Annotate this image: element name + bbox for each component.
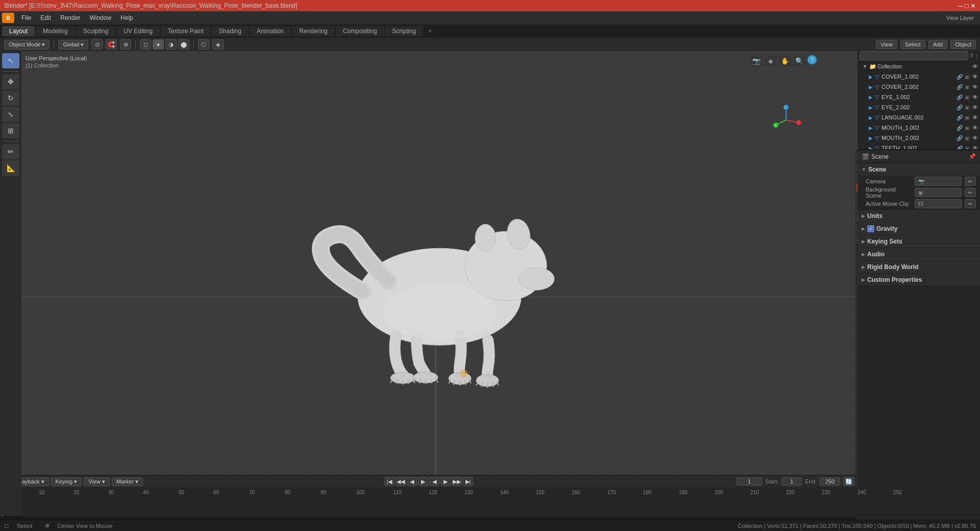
tab-animation[interactable]: Animation xyxy=(250,26,291,36)
measure-tool[interactable]: 📐 xyxy=(2,160,19,176)
camera-edit-icon[interactable]: ✏ xyxy=(965,177,976,186)
rigid-body-world-header[interactable]: ▶ Rigid Body World xyxy=(857,261,980,273)
timeline-view-menu[interactable]: View ▾ xyxy=(84,477,110,486)
eye-icon[interactable]: 👁 xyxy=(972,125,978,131)
keying-sets-header[interactable]: ▶ Keying Sets xyxy=(857,235,980,248)
menu-file[interactable]: File xyxy=(17,13,35,22)
rendered-icon[interactable]: ⬤ xyxy=(178,39,189,50)
pivot-icon[interactable]: ⊙ xyxy=(91,39,103,50)
eye-icon[interactable]: 👁 xyxy=(972,84,978,90)
data-icon[interactable]: ▣ xyxy=(965,115,969,120)
link-icon[interactable]: 🔗 xyxy=(957,74,963,80)
jump-start-button[interactable]: |◀ xyxy=(384,477,395,486)
eye-icon[interactable]: 👁 xyxy=(972,145,978,150)
tab-compositing[interactable]: Compositing xyxy=(336,26,384,36)
scale-tool[interactable]: ⤡ xyxy=(2,107,19,122)
tab-modeling[interactable]: Modeling xyxy=(36,26,75,36)
data-icon[interactable]: ▣ xyxy=(965,84,969,90)
outliner-item-cover_2-002[interactable]: ▶ ▽ COVER_2.002 🔗 ▣ 👁 xyxy=(857,82,980,92)
sync-icon[interactable]: 🔄 xyxy=(843,477,854,486)
prev-keyframe-button[interactable]: ◀◀ xyxy=(396,477,406,486)
view-zoom-gizmo[interactable]: 🔍 xyxy=(793,55,805,66)
select-menu[interactable]: Select xyxy=(900,40,925,49)
link-icon[interactable]: 🔗 xyxy=(957,94,963,100)
data-icon[interactable]: ▣ xyxy=(965,74,969,80)
outliner-item-language-002[interactable]: ▶ ▽ LANGUAGE.002 🔗 ▣ 👁 xyxy=(857,112,980,123)
tab-uv-editing[interactable]: UV Editing xyxy=(116,26,160,36)
eye-icon[interactable]: 👁 xyxy=(972,94,978,100)
add-menu[interactable]: Add xyxy=(928,40,948,49)
data-icon[interactable]: ▣ xyxy=(965,135,969,141)
link-icon[interactable]: 🔗 xyxy=(957,115,963,120)
select-tool[interactable]: ↖ xyxy=(2,53,19,68)
data-icon[interactable]: ▣ xyxy=(965,94,969,100)
eye-icon[interactable]: 👁 xyxy=(972,74,978,80)
eye-icon[interactable]: 👁 xyxy=(972,135,978,141)
step-back-button[interactable]: ◀ xyxy=(407,477,417,486)
gravity-section-header[interactable]: ▶ ✓ Gravity xyxy=(857,223,980,235)
xray-icon[interactable]: ◈ xyxy=(212,39,224,50)
data-icon[interactable]: ▣ xyxy=(965,125,969,131)
link-icon[interactable]: 🔗 xyxy=(957,125,963,131)
clip-edit-icon[interactable]: ✏ xyxy=(965,199,976,208)
scene-section-header[interactable]: ▼ Scene xyxy=(857,163,980,176)
keying-menu[interactable]: Keying ▾ xyxy=(51,477,82,486)
eye-icon[interactable]: 👁 xyxy=(972,104,978,110)
outliner-item-mouth_2-002[interactable]: ▶ ▽ MOUTH_2.002 🔗 ▣ 👁 xyxy=(857,133,980,143)
view-menu[interactable]: View xyxy=(876,40,897,49)
eye-icon-collection[interactable]: 👁 xyxy=(972,63,978,69)
play-button[interactable]: ▶ xyxy=(418,477,428,486)
data-icon[interactable]: ▣ xyxy=(965,146,969,151)
menu-render[interactable]: Render xyxy=(56,13,84,22)
jump-end-button[interactable]: ▶| xyxy=(463,477,473,486)
view-camera-gizmo[interactable]: 📷 xyxy=(750,55,763,66)
wireframe-icon[interactable]: ◻ xyxy=(140,39,151,50)
tab-sculpting[interactable]: Sculpting xyxy=(76,26,115,36)
background-scene-value[interactable]: ▣ xyxy=(915,188,962,197)
maximize-button[interactable]: □ xyxy=(965,2,969,10)
outliner-search-bar[interactable] xyxy=(860,51,968,60)
gravity-checkbox[interactable]: ✓ xyxy=(867,225,874,232)
current-frame-input[interactable]: 1 xyxy=(737,477,762,486)
tab-scripting[interactable]: Scripting xyxy=(385,26,423,36)
props-pin-icon[interactable]: 📌 xyxy=(969,153,976,160)
link-icon[interactable]: 🔗 xyxy=(957,84,963,90)
active-clip-value[interactable]: 🎞 xyxy=(915,199,962,208)
view-perspective-gizmo[interactable]: ◈ xyxy=(765,55,777,66)
object-menu[interactable]: Object xyxy=(950,40,976,49)
data-icon[interactable]: ▣ xyxy=(965,105,969,110)
menu-edit[interactable]: Edit xyxy=(36,13,55,22)
snap-icon[interactable]: 🧲 xyxy=(106,39,117,50)
link-icon[interactable]: 🔗 xyxy=(957,135,963,141)
outliner-item-eye_2-002[interactable]: ▶ ▽ EYE_2.002 🔗 ▣ 👁 xyxy=(857,102,980,112)
solid-icon[interactable]: ● xyxy=(153,39,164,50)
units-section-header[interactable]: ▶ Units xyxy=(857,210,980,222)
timeline-ruler[interactable]: 1 10 20 30 40 50 60 70 80 90 100 110 120… xyxy=(0,488,857,516)
menu-help[interactable]: Help xyxy=(116,13,137,22)
menu-window[interactable]: Window xyxy=(85,13,115,22)
custom-props-header[interactable]: ▶ Custom Properties xyxy=(857,274,980,286)
annotate-tool[interactable]: ✏ xyxy=(2,144,19,159)
minimize-button[interactable]: ─ xyxy=(958,2,963,10)
next-keyframe-button[interactable]: ▶▶ xyxy=(452,477,462,486)
outliner-item-mouth_1-002[interactable]: ▶ ▽ MOUTH_1.002 🔗 ▣ 👁 xyxy=(857,123,980,133)
rotate-tool[interactable]: ↻ xyxy=(2,90,19,106)
tab-rendering[interactable]: Rendering xyxy=(292,26,334,36)
play-reverse-button[interactable]: ◀ xyxy=(429,477,439,486)
outliner-item-teeth_1-002[interactable]: ▶ ▽ TEETH_1.002 🔗 ▣ 👁 xyxy=(857,143,980,150)
tab-layout[interactable]: Layout xyxy=(2,26,35,36)
overlay-icon[interactable]: ⬡ xyxy=(198,39,209,50)
link-icon[interactable]: 🔗 xyxy=(957,105,963,110)
bg-scene-edit-icon[interactable]: ✏ xyxy=(965,188,976,197)
marker-menu[interactable]: Marker ▾ xyxy=(112,477,143,486)
global-dropdown[interactable]: Global ▾ xyxy=(58,40,88,50)
proportional-icon[interactable]: ⊚ xyxy=(120,39,131,50)
object-mode-dropdown[interactable]: Object Mode ▾ xyxy=(4,40,50,50)
close-button[interactable]: ✕ xyxy=(970,2,976,10)
move-tool[interactable]: ✥ xyxy=(2,74,19,89)
outliner-filter-btn[interactable]: ⊼ xyxy=(970,53,974,59)
step-forward-button[interactable]: ▶ xyxy=(440,477,451,486)
camera-value[interactable]: 📷 xyxy=(915,177,962,186)
outliner-item-eye_1-002[interactable]: ▶ ▽ EYE_1.002 🔗 ▣ 👁 xyxy=(857,92,980,102)
outliner-select-filter[interactable]: ↕ xyxy=(975,53,978,59)
